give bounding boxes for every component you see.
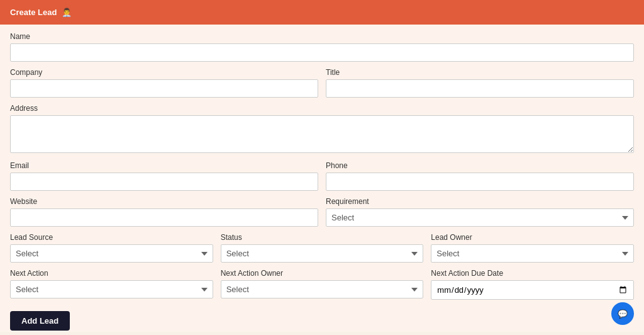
- chat-bubble[interactable]: 💬: [611, 302, 634, 325]
- lead-source-group: Lead Source Select: [10, 233, 213, 263]
- lead-owner-select[interactable]: Select: [431, 244, 634, 263]
- next-action-select[interactable]: Select: [10, 280, 213, 298]
- lead-source-label: Lead Source: [10, 233, 213, 242]
- lead-source-select[interactable]: Select: [10, 244, 213, 263]
- next-action-row: Next Action Select Next Action Owner Sel…: [10, 269, 634, 306]
- lead-owner-label: Lead Owner: [431, 233, 634, 242]
- email-input[interactable]: [10, 173, 318, 191]
- website-label: Website: [10, 197, 318, 206]
- lead-source-status-owner-row: Lead Source Select Status Select Lead Ow…: [10, 233, 634, 269]
- title-label: Title: [326, 68, 634, 77]
- status-group: Status Select: [221, 233, 424, 263]
- next-action-owner-label: Next Action Owner: [221, 269, 424, 278]
- add-lead-button[interactable]: Add Lead: [10, 311, 70, 331]
- form-container: Name Company Title Address Email Phone W…: [0, 25, 644, 332]
- website-requirement-row: Website Requirement Select: [10, 197, 634, 233]
- next-action-group: Next Action Select: [10, 269, 213, 300]
- title-group: Title: [326, 68, 634, 98]
- company-title-row: Company Title: [10, 68, 634, 104]
- address-input[interactable]: [10, 115, 634, 153]
- email-label: Email: [10, 161, 318, 170]
- lead-owner-group: Lead Owner Select: [431, 233, 634, 263]
- phone-label: Phone: [326, 161, 634, 170]
- name-label: Name: [10, 32, 634, 41]
- next-action-due-date-input[interactable]: [431, 280, 634, 300]
- company-label: Company: [10, 68, 318, 77]
- address-group: Address: [10, 104, 634, 155]
- add-lead-group: Add Lead: [10, 306, 634, 331]
- chat-icon: 💬: [618, 309, 628, 319]
- title-input[interactable]: [326, 79, 634, 98]
- name-group: Name: [10, 32, 634, 62]
- requirement-select[interactable]: Select: [326, 208, 634, 227]
- requirement-label: Requirement: [326, 197, 634, 206]
- person-icon: 👨‍💼: [62, 8, 72, 17]
- name-input[interactable]: [10, 43, 634, 62]
- phone-group: Phone: [326, 161, 634, 191]
- requirement-group: Requirement Select: [326, 197, 634, 227]
- status-select[interactable]: Select: [221, 244, 424, 263]
- next-action-due-date-label: Next Action Due Date: [431, 269, 634, 278]
- email-phone-row: Email Phone: [10, 161, 634, 197]
- company-group: Company: [10, 68, 318, 98]
- next-action-due-date-group: Next Action Due Date: [431, 269, 634, 300]
- address-label: Address: [10, 104, 634, 113]
- status-label: Status: [221, 233, 424, 242]
- phone-input[interactable]: [326, 173, 634, 191]
- email-group: Email: [10, 161, 318, 191]
- next-action-label: Next Action: [10, 269, 213, 278]
- page-header: Create Lead 👨‍💼: [0, 0, 644, 25]
- next-action-owner-group: Next Action Owner Select: [221, 269, 424, 300]
- website-group: Website: [10, 197, 318, 227]
- company-input[interactable]: [10, 79, 318, 98]
- next-action-owner-select[interactable]: Select: [221, 280, 424, 298]
- website-input[interactable]: [10, 208, 318, 227]
- page-title: Create Lead: [10, 8, 57, 17]
